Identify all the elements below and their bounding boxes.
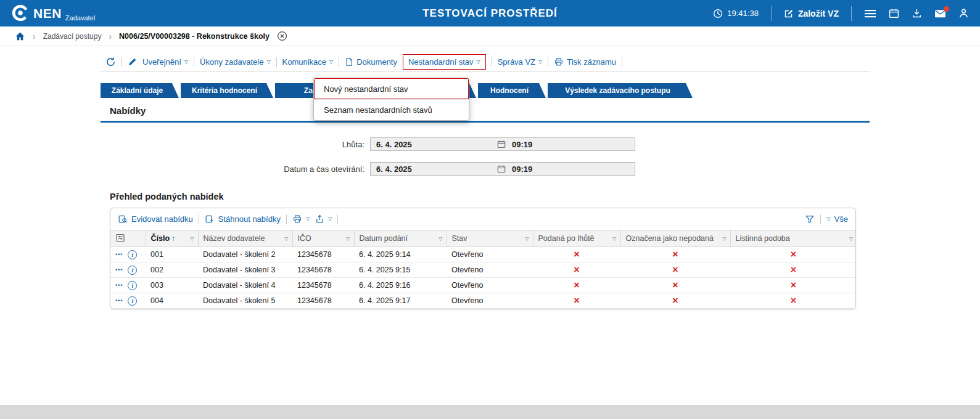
toolbar-tisk-zaznamu[interactable]: Tisk záznamu bbox=[554, 57, 616, 67]
cell-cislo: 002 bbox=[146, 262, 198, 278]
cross-icon: × bbox=[533, 278, 620, 293]
filter-caret-icon[interactable]: ▽ bbox=[525, 236, 529, 242]
main-content: Uveřejnění ▽ Úkony zadavatele ▽ Komunika… bbox=[101, 52, 870, 411]
filter-caret-icon[interactable]: ▽ bbox=[284, 236, 288, 242]
menu-item-novy-nestandardni-stav[interactable]: Nový nestandardní stav bbox=[314, 78, 469, 99]
column-label: IČO bbox=[298, 234, 311, 243]
filter-caret-icon[interactable]: ▽ bbox=[849, 236, 853, 242]
caret-down-icon: ▽ bbox=[826, 216, 830, 222]
tab-kriteria-hodnoceni[interactable]: Kritéria hodnocení bbox=[181, 83, 273, 98]
calendar-icon[interactable] bbox=[889, 8, 899, 18]
filter-caret-icon[interactable]: ▽ bbox=[612, 236, 616, 242]
bids-card: Evidovat nabídku Stáhnout nabídky ▽ ▽ bbox=[110, 208, 856, 309]
column-header-stav[interactable]: Stav ▽ bbox=[447, 230, 533, 247]
export-table-button[interactable]: ▽ bbox=[315, 214, 332, 224]
lhuta-date-value: 6. 4. 2025 bbox=[376, 140, 497, 149]
highlight-box: Nestandardní stav ▽ bbox=[403, 54, 486, 70]
table-header-row: Číslo↑ ▽ Název dodavatele ▽ IČO ▽ Datum … bbox=[110, 230, 856, 247]
mail-icon[interactable] bbox=[934, 9, 946, 18]
info-icon[interactable]: i bbox=[128, 250, 137, 259]
table-row[interactable]: •••i 002 Dodavatel - školení 3 12345678 … bbox=[110, 262, 856, 278]
toolbar-divider bbox=[492, 57, 492, 67]
row-actions-icon[interactable]: ••• bbox=[115, 251, 123, 258]
cross-icon: × bbox=[620, 278, 730, 293]
home-icon[interactable] bbox=[15, 31, 25, 41]
tab-hodnoceni[interactable]: Hodnocení bbox=[478, 83, 546, 98]
tab-vysledek-zadavaciho-postupu[interactable]: Výsledek zadávacího postupu bbox=[548, 83, 693, 98]
column-label: Podaná po lhůtě bbox=[538, 234, 595, 243]
lhuta-field[interactable]: 6. 4. 2025 09:19 bbox=[370, 137, 635, 151]
calendar-icon[interactable] bbox=[497, 165, 506, 173]
filter-vse-button[interactable]: ▽ Vše bbox=[826, 214, 848, 224]
column-header-ico[interactable]: IČO ▽ bbox=[292, 230, 354, 247]
deadline-fields: Lhůta: 6. 4. 2025 09:19 Datum a čas otev… bbox=[101, 137, 870, 176]
toolbar-ukony-zadavatele[interactable]: Úkony zadavatele ▽ bbox=[200, 57, 271, 67]
cell-ico: 12345678 bbox=[292, 278, 354, 293]
filter-caret-icon[interactable]: ▽ bbox=[722, 236, 726, 242]
cross-icon: × bbox=[533, 293, 620, 309]
print-table-button[interactable]: ▽ bbox=[292, 214, 310, 224]
menu-icon[interactable] bbox=[864, 9, 876, 18]
table-row[interactable]: •••i 003 Dodavatel - školení 4 12345678 … bbox=[110, 278, 856, 293]
close-record-icon[interactable] bbox=[277, 31, 287, 41]
toolbar-komunikace[interactable]: Komunikace ▽ bbox=[282, 57, 334, 67]
tab-bar: Základní údaje Kritéria hodnocení Zadáva… bbox=[101, 83, 870, 98]
column-header-oznacena-jako-nepodana[interactable]: Označena jako nepodaná ▽ bbox=[620, 230, 730, 247]
column-header-podana-po-lhute[interactable]: Podaná po lhůtě ▽ bbox=[533, 230, 620, 247]
info-icon[interactable]: i bbox=[128, 281, 137, 290]
evidovat-nabidku-button[interactable]: Evidovat nabídku bbox=[118, 214, 193, 224]
filter-caret-icon[interactable]: ▽ bbox=[439, 236, 442, 242]
breadcrumb-separator-icon: › bbox=[109, 31, 112, 41]
export-icon bbox=[315, 214, 324, 224]
column-header-cislo[interactable]: Číslo↑ ▽ bbox=[146, 230, 198, 247]
stahnout-nabidky-button[interactable]: Stáhnout nabídky bbox=[205, 214, 281, 224]
clock-time: 19:41:38 bbox=[727, 9, 759, 18]
column-header-nazev-dodavatele[interactable]: Název dodavatele ▽ bbox=[198, 230, 292, 247]
table-row[interactable]: •••i 004 Dodavatel - školení 5 12345678 … bbox=[110, 293, 856, 309]
user-icon[interactable] bbox=[958, 8, 969, 18]
breadcrumb-separator-icon: › bbox=[33, 31, 36, 41]
row-actions-icon[interactable]: ••• bbox=[115, 298, 123, 304]
oteviranie-date-value: 6. 4. 2025 bbox=[376, 165, 497, 174]
toolbar-dokumenty[interactable]: Dokumenty bbox=[345, 57, 397, 67]
edit-record-icon[interactable] bbox=[128, 57, 137, 67]
cross-icon: × bbox=[620, 262, 730, 278]
cross-icon: × bbox=[730, 293, 856, 309]
cell-stav: Otevřeno bbox=[447, 247, 533, 262]
breadcrumb-current-record: N006/25/V00003298 - Rekonstrukce školy bbox=[119, 32, 270, 41]
breadcrumb-zadavaci-postupy[interactable]: Zadávací postupy bbox=[43, 32, 102, 41]
column-label: Název dodavatele bbox=[204, 234, 265, 243]
toolbar-divider bbox=[121, 57, 122, 67]
row-actions-icon[interactable]: ••• bbox=[115, 267, 123, 273]
register-bid-icon bbox=[118, 214, 128, 224]
filter-vse-label: Vše bbox=[834, 214, 848, 224]
calendar-icon[interactable] bbox=[497, 140, 506, 148]
menu-item-seznam-nestandardnich-stavu[interactable]: Seznam nestandardních stavů bbox=[314, 99, 469, 120]
tab-zakladni-udaje[interactable]: Základní údaje bbox=[101, 83, 179, 98]
refresh-icon[interactable] bbox=[105, 57, 116, 67]
column-label: Datum podání bbox=[360, 234, 408, 243]
info-icon[interactable]: i bbox=[128, 296, 137, 306]
toolbar-nestandardni-stav[interactable]: Nestandardní stav ▽ bbox=[408, 57, 480, 67]
filter-caret-icon[interactable]: ▽ bbox=[346, 236, 350, 242]
nen-logo[interactable]: NEN Zadavatel bbox=[11, 4, 95, 23]
column-header-datum-podani[interactable]: Datum podání ▽ bbox=[354, 230, 447, 247]
cross-icon: × bbox=[730, 262, 856, 278]
download-icon[interactable] bbox=[912, 8, 922, 18]
toolbar-tisk-label: Tisk záznamu bbox=[567, 57, 616, 67]
toolbar-uverejneni[interactable]: Uveřejnění ▽ bbox=[142, 57, 188, 67]
row-actions-icon[interactable]: ••• bbox=[115, 282, 123, 288]
column-label: Číslo bbox=[151, 234, 170, 243]
datum-oteviranie-field[interactable]: 6. 4. 2025 09:19 bbox=[370, 162, 635, 176]
column-settings-icon bbox=[115, 233, 125, 243]
table-row[interactable]: •••i 001 Dodavatel - školení 2 12345678 … bbox=[110, 247, 856, 262]
create-vz-button[interactable]: Založit VZ bbox=[784, 9, 839, 18]
cell-cislo: 001 bbox=[146, 247, 198, 262]
column-settings-header[interactable] bbox=[110, 230, 146, 247]
filter-icon[interactable] bbox=[805, 214, 815, 224]
column-header-listinna-podoba[interactable]: Listinná podoba ▽ bbox=[730, 230, 856, 247]
filter-caret-icon[interactable]: ▽ bbox=[190, 236, 194, 242]
info-icon[interactable]: i bbox=[128, 266, 137, 275]
toolbar-sprava-vz[interactable]: Správa VZ ▽ bbox=[498, 57, 543, 67]
sort-asc-icon: ↑ bbox=[171, 234, 175, 243]
